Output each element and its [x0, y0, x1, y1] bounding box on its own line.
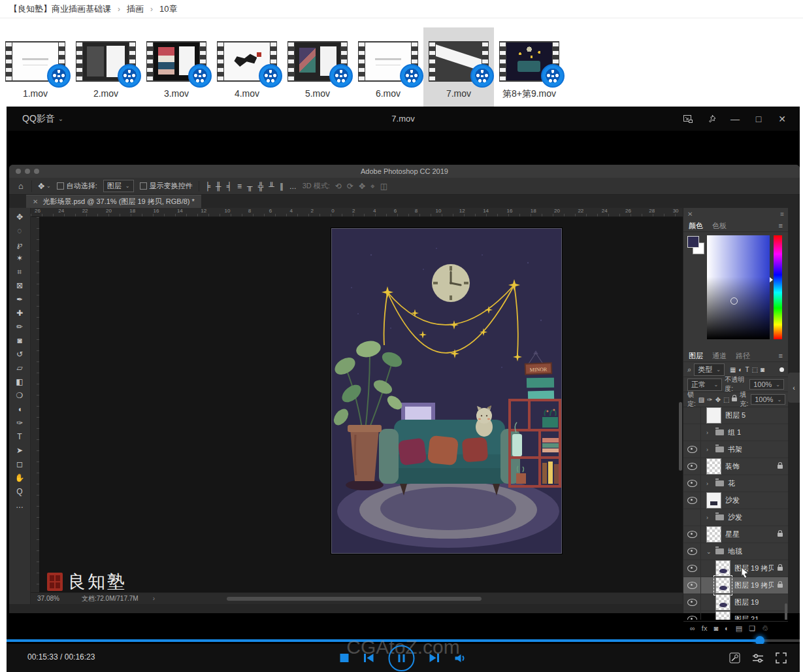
tool-icon[interactable]: T: [12, 429, 27, 443]
align-icon[interactable]: ∥: [280, 182, 284, 191]
layer-name[interactable]: 图层 19 拷贝 2: [734, 563, 774, 573]
layer-thumbnail[interactable]: [706, 526, 721, 543]
panel-menu-icon[interactable]: ≡: [779, 222, 783, 229]
layer-thumbnail[interactable]: [715, 560, 730, 577]
pause-button[interactable]: [389, 645, 415, 671]
video-label[interactable]: 7.mov: [446, 88, 471, 99]
layer-name[interactable]: 图层 19: [734, 597, 759, 607]
close-button[interactable]: ✕: [775, 112, 789, 126]
filter-kind-icon[interactable]: ◙: [761, 366, 764, 373]
video-label[interactable]: 2.mov: [93, 88, 118, 99]
layer-thumbnail[interactable]: [715, 594, 730, 611]
layer-name[interactable]: 地毯: [728, 546, 742, 556]
opacity-dropdown[interactable]: 100% ⌄: [749, 379, 784, 390]
visibility-toggle[interactable]: [683, 611, 701, 620]
layer-name[interactable]: 图层 5: [725, 411, 746, 420]
tool-icon[interactable]: ◻: [12, 457, 27, 471]
tool-icon[interactable]: ✋: [12, 471, 27, 484]
more-options-icon[interactable]: …: [289, 182, 297, 190]
layer-thumbnail[interactable]: [706, 492, 721, 509]
canvas-horizontal-scrollbar[interactable]: [227, 597, 482, 601]
next-button[interactable]: [429, 653, 440, 663]
layer-action-icon[interactable]: ◙: [713, 624, 718, 632]
panel-close-icon[interactable]: ✕: [687, 210, 693, 218]
tab-channels[interactable]: 通道: [712, 351, 727, 361]
layers-scrollbar[interactable]: [785, 603, 787, 620]
tool-icon[interactable]: Q: [12, 484, 27, 498]
tab-paths[interactable]: 路径: [736, 351, 750, 361]
layer-name[interactable]: 组 1: [728, 428, 741, 437]
close-tab-icon[interactable]: ✕: [33, 198, 38, 205]
seek-bar[interactable]: [7, 637, 800, 644]
tool-icon[interactable]: ◙: [12, 333, 27, 347]
visibility-toggle[interactable]: [683, 594, 701, 611]
layer-row[interactable]: ⌄ 地毯: [683, 543, 788, 560]
layer-action-icon[interactable]: fx: [702, 624, 708, 632]
visibility-toggle[interactable]: [683, 407, 701, 424]
layer-action-icon[interactable]: ∞: [690, 624, 695, 632]
layer-thumbnail[interactable]: [706, 407, 721, 424]
layer-name[interactable]: 星星: [725, 529, 740, 539]
layer-name[interactable]: 花: [728, 479, 735, 488]
tool-icon[interactable]: ✚: [12, 306, 27, 320]
tool-icon[interactable]: ✶: [12, 251, 27, 265]
fill-dropdown[interactable]: 100% ⌄: [751, 394, 785, 405]
mini-mode-button[interactable]: [681, 112, 695, 126]
canvas-vertical-scrollbar[interactable]: [679, 402, 682, 471]
video-item-8[interactable]: 第8+第9.mov: [494, 27, 565, 107]
layer-row[interactable]: › 书架: [683, 441, 788, 458]
layer-row-selected[interactable]: 图层 19 拷贝: [683, 577, 788, 594]
layer-action-icon[interactable]: ▤: [736, 624, 742, 633]
lock-option-icon[interactable]: ✑: [707, 396, 712, 403]
visibility-toggle[interactable]: [683, 560, 701, 577]
layer-row[interactable]: 图层 19: [683, 594, 788, 611]
show-transform-option[interactable]: 显示变换控件: [140, 181, 193, 191]
panel-menu-icon[interactable]: ≡: [780, 210, 784, 218]
layer-row[interactable]: 装饰: [683, 458, 788, 475]
layer-row[interactable]: 星星: [683, 526, 788, 543]
layer-row[interactable]: › 组 1: [683, 424, 788, 441]
video-label[interactable]: 4.mov: [235, 88, 259, 99]
tool-icon[interactable]: ✒: [12, 292, 27, 306]
player-title-bar[interactable]: QQ影音 ⌄ 7.mov — □ ✕: [7, 107, 800, 131]
filter-kind-icon[interactable]: ◐: [738, 366, 742, 373]
layer-name[interactable]: 图层 21: [734, 614, 759, 620]
volume-button[interactable]: [455, 654, 467, 663]
expand-arrow-icon[interactable]: ›: [706, 480, 712, 487]
tab-layers[interactable]: 图层: [689, 351, 703, 361]
photoshop-canvas[interactable]: MINOR: [39, 217, 683, 592]
video-item-3[interactable]: 3.mov: [141, 27, 212, 107]
video-label[interactable]: 6.mov: [376, 88, 401, 99]
checkbox-icon[interactable]: [57, 182, 64, 190]
minimize-button[interactable]: —: [728, 112, 742, 126]
player-menu-button[interactable]: QQ影音 ⌄: [22, 113, 63, 125]
visibility-toggle[interactable]: [683, 441, 701, 458]
active-tool-indicator[interactable]: ✥ ⌄: [38, 182, 51, 191]
hue-pointer-icon[interactable]: [770, 277, 773, 282]
tab-swatches[interactable]: 色板: [712, 221, 727, 231]
checkbox-icon[interactable]: [140, 182, 147, 190]
tool-icon[interactable]: ↺: [12, 347, 27, 361]
filter-kind-icon[interactable]: T: [745, 366, 749, 373]
expand-arrow-icon[interactable]: ›: [706, 514, 712, 521]
filter-type-dropdown[interactable]: 类型 ⌄: [694, 363, 725, 376]
stop-button[interactable]: [340, 654, 349, 662]
video-item-1[interactable]: 1.mov: [0, 27, 71, 107]
maximize-button[interactable]: □: [751, 112, 766, 126]
fullscreen-button[interactable]: [776, 652, 787, 664]
video-label[interactable]: 1.mov: [23, 88, 48, 99]
visibility-toggle[interactable]: [683, 424, 701, 441]
foreground-color-swatch[interactable]: [687, 236, 699, 248]
video-item-5[interactable]: 5.mov: [282, 27, 353, 107]
auto-select-dropdown[interactable]: 图层 ⌄: [103, 180, 134, 192]
video-item-6[interactable]: 6.mov: [353, 27, 423, 107]
tool-icon[interactable]: ▱: [12, 361, 27, 375]
lock-option-icon[interactable]: ⬚: [723, 396, 729, 403]
layer-thumbnail[interactable]: [706, 458, 721, 475]
layer-action-icon[interactable]: ♲: [762, 624, 768, 633]
visibility-toggle[interactable]: [683, 543, 701, 560]
video-label[interactable]: 3.mov: [164, 88, 189, 99]
align-icon[interactable]: ╬: [258, 182, 264, 191]
filter-kind-icon[interactable]: ⬚: [751, 366, 757, 373]
align-icon[interactable]: ╫: [216, 182, 221, 191]
